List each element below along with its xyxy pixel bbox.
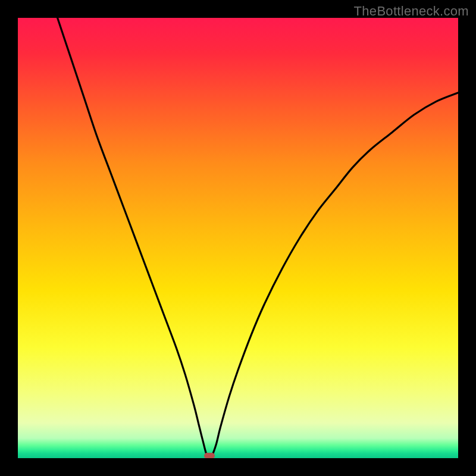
minimum-marker (204, 453, 215, 458)
watermark-text: TheBottleneck.com (354, 4, 469, 19)
plot-area (18, 18, 458, 458)
chart-frame: TheBottleneck.com (0, 0, 476, 476)
curve-path (58, 18, 458, 458)
bottleneck-curve (18, 18, 458, 458)
